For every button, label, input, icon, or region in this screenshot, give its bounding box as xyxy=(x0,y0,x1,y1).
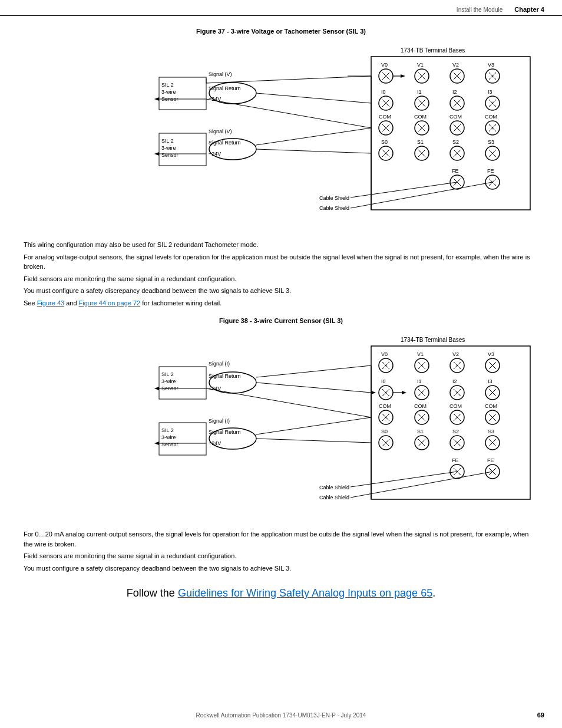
svg-line-190 xyxy=(256,365,371,377)
svg-text:Cable Shield: Cable Shield xyxy=(319,205,349,211)
para37-1: This wiring configuration may also be us… xyxy=(24,240,538,250)
svg-text:I3: I3 xyxy=(488,378,492,384)
svg-text:FE: FE xyxy=(452,168,459,174)
svg-text:I3: I3 xyxy=(488,89,492,95)
svg-text:Signal (I): Signal (I) xyxy=(209,361,230,367)
svg-text:S1: S1 xyxy=(417,429,424,434)
svg-text:FE: FE xyxy=(487,457,494,463)
svg-text:I1: I1 xyxy=(417,378,422,384)
svg-text:SIL 2: SIL 2 xyxy=(161,82,174,88)
figure37-paragraphs: This wiring configuration may also be us… xyxy=(24,240,538,308)
figure38-svg: 1734-TB Terminal Bases V0 V1 V2 V3 I0 xyxy=(24,331,536,520)
svg-text:Signal (V): Signal (V) xyxy=(209,71,232,77)
para38-2: Field sensors are monitoring the same si… xyxy=(24,551,538,561)
svg-text:COM: COM xyxy=(449,403,462,409)
para37-5: See Figure 43 and Figure 44 on page 72 f… xyxy=(24,298,538,308)
follow-link-container: Follow the Guidelines for Wiring Safety … xyxy=(24,587,538,599)
figure38-title: Figure 38 - 3-wire Current Sensor (SIL 3… xyxy=(24,317,538,324)
svg-text:FE: FE xyxy=(487,168,494,174)
svg-text:Sensor: Sensor xyxy=(161,152,178,158)
svg-line-86 xyxy=(256,93,371,103)
page-footer: Rockwell Automation Publication 1734-UM0… xyxy=(0,712,562,719)
svg-line-204 xyxy=(256,417,371,434)
svg-text:Signal Return: Signal Return xyxy=(209,140,241,146)
svg-line-197 xyxy=(206,388,371,417)
guidelines-link[interactable]: Guidelines for Wiring Safety Analog Inpu… xyxy=(178,587,432,599)
figure44-link[interactable]: Figure 44 on page 72 xyxy=(79,299,141,307)
svg-text:S2: S2 xyxy=(452,139,459,145)
svg-text:Cable Shield: Cable Shield xyxy=(319,195,349,201)
svg-text:I2: I2 xyxy=(452,378,457,384)
svg-text:COM: COM xyxy=(379,403,391,409)
svg-line-90 xyxy=(206,99,371,128)
svg-line-213 xyxy=(351,472,492,498)
svg-line-99 xyxy=(256,149,371,153)
svg-line-212 xyxy=(351,472,457,487)
svg-text:I1: I1 xyxy=(417,89,422,95)
svg-text:Signal (V): Signal (V) xyxy=(209,129,232,134)
svg-marker-102 xyxy=(154,152,159,156)
svg-text:Signal Return: Signal Return xyxy=(209,429,241,435)
svg-marker-193 xyxy=(371,391,376,394)
svg-text:V2: V2 xyxy=(452,351,459,357)
header-chapter: Chapter 4 xyxy=(514,6,544,13)
svg-text:V1: V1 xyxy=(417,351,424,357)
svg-marker-196 xyxy=(154,387,159,390)
svg-text:COM: COM xyxy=(414,403,427,409)
page-header: Install the Module Chapter 4 xyxy=(0,0,562,16)
para37-3: Field sensors are monitoring the same si… xyxy=(24,274,538,284)
svg-text:+24V: +24V xyxy=(209,151,221,157)
svg-line-105 xyxy=(351,182,457,197)
svg-text:COM: COM xyxy=(379,114,391,120)
svg-text:COM: COM xyxy=(414,114,427,120)
figure37-title: Figure 37 - 3-wire Voltage or Tachometer… xyxy=(24,28,538,35)
svg-text:S3: S3 xyxy=(488,429,494,434)
figure37-diagram: 1734-TB Terminal Bases V0 V1 V2 V3 xyxy=(24,42,538,230)
svg-text:3-wire: 3-wire xyxy=(161,89,176,95)
para37-2: For analog voltage-output sensors, the s… xyxy=(24,252,538,272)
svg-marker-209 xyxy=(154,442,159,445)
para38-3: You must configure a safety discrepancy … xyxy=(24,564,538,574)
figure38-diagram: 1734-TB Terminal Bases V0 V1 V2 V3 I0 xyxy=(24,331,538,520)
svg-line-192 xyxy=(256,383,371,393)
svg-text:V2: V2 xyxy=(452,62,459,68)
svg-text:SIL 2: SIL 2 xyxy=(161,427,174,433)
svg-text:FE: FE xyxy=(452,457,459,463)
svg-line-106 xyxy=(351,182,492,208)
svg-text:V1: V1 xyxy=(417,62,424,68)
svg-line-97 xyxy=(256,128,371,145)
svg-text:V3: V3 xyxy=(488,62,494,68)
svg-text:I0: I0 xyxy=(381,378,386,384)
svg-text:S3: S3 xyxy=(488,139,494,145)
svg-text:Signal Return: Signal Return xyxy=(209,85,241,91)
svg-text:S1: S1 xyxy=(417,139,424,145)
svg-marker-89 xyxy=(154,97,159,101)
footer-center: Rockwell Automation Publication 1734-UM0… xyxy=(196,712,366,719)
svg-text:3-wire: 3-wire xyxy=(161,145,176,151)
svg-text:V0: V0 xyxy=(381,351,388,357)
svg-text:V0: V0 xyxy=(381,62,388,68)
para37-4: You must configure a safety discrepancy … xyxy=(24,286,538,296)
svg-text:3-wire: 3-wire xyxy=(161,378,176,384)
svg-text:Signal (I): Signal (I) xyxy=(209,418,230,424)
header-section: Install the Module xyxy=(457,6,503,13)
svg-text:COM: COM xyxy=(485,114,497,120)
svg-text:COM: COM xyxy=(449,114,462,120)
svg-text:1734-TB Terminal Bases: 1734-TB Terminal Bases xyxy=(401,337,465,343)
svg-text:Sensor: Sensor xyxy=(161,442,178,447)
figure43-link[interactable]: Figure 43 xyxy=(37,299,64,307)
figure37-svg: 1734-TB Terminal Bases V0 V1 V2 V3 xyxy=(24,42,536,230)
svg-marker-7 xyxy=(401,74,405,78)
svg-marker-131 xyxy=(402,391,406,394)
svg-text:S0: S0 xyxy=(381,139,388,145)
svg-text:I0: I0 xyxy=(381,89,386,95)
para38-1: For 0…20 mA analog current-output sensor… xyxy=(24,529,538,549)
svg-text:1734-TB Terminal Bases: 1734-TB Terminal Bases xyxy=(401,47,465,54)
svg-text:+24V: +24V xyxy=(209,440,221,446)
svg-text:Signal Return: Signal Return xyxy=(209,373,241,379)
svg-line-206 xyxy=(256,439,371,443)
svg-text:3-wire: 3-wire xyxy=(161,434,176,440)
svg-text:S0: S0 xyxy=(381,429,388,434)
svg-text:V3: V3 xyxy=(488,351,494,357)
svg-text:S2: S2 xyxy=(452,429,459,434)
